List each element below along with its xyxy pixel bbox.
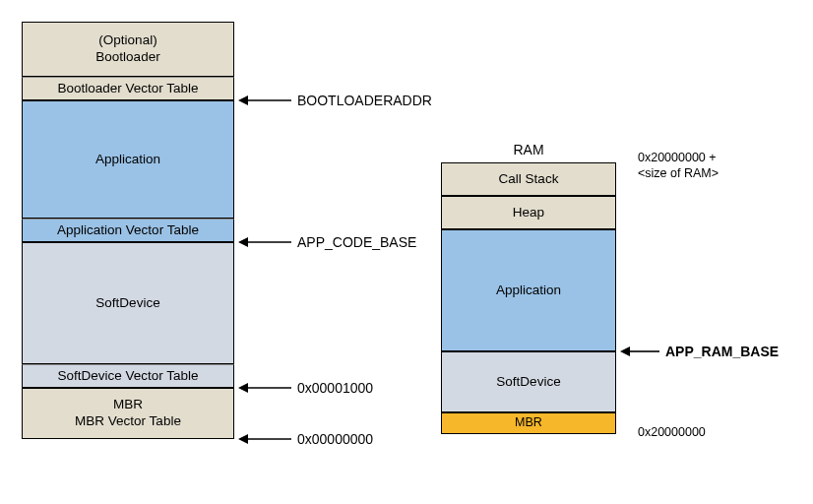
flash-softdevice-vt: SoftDevice Vector Table — [22, 364, 234, 388]
addr-app-text: APP_CODE_BASE — [297, 234, 416, 250]
flash-memory-column: (Optional) Bootloader Bootloader Vector … — [22, 22, 234, 439]
addr-ram-top: 0x20000000 + <size of RAM> — [638, 150, 719, 182]
arrow-left-icon — [238, 432, 291, 446]
addr-app-ram-base: APP_RAM_BASE — [620, 344, 779, 359]
ram-mbr: MBR — [441, 412, 616, 434]
svg-marker-5 — [238, 383, 248, 393]
flash-mbr-line2: MBR Vector Table — [75, 413, 181, 428]
addr-mbr-bottom: 0x00000000 — [238, 431, 373, 447]
flash-bootloader-vt: Bootloader Vector Table — [22, 77, 234, 100]
ram-title: RAM — [441, 142, 616, 158]
addr-app: APP_CODE_BASE — [238, 234, 416, 250]
ram-softdevice: SoftDevice — [441, 351, 616, 412]
addr-bootloader-text: BOOTLOADERADDR — [297, 93, 432, 108]
svg-marker-9 — [620, 346, 630, 356]
flash-bootloader-line2: Bootloader — [95, 49, 159, 64]
arrow-left-icon — [620, 345, 659, 358]
svg-marker-1 — [238, 95, 248, 105]
ram-memory-column: Call Stack Heap Application SoftDevice M… — [441, 162, 616, 434]
addr-ram-bottom: 0x20000000 — [638, 425, 706, 439]
flash-mbr: MBR MBR Vector Table — [22, 388, 234, 439]
svg-marker-7 — [238, 434, 248, 444]
addr-bootloader: BOOTLOADERADDR — [238, 93, 432, 108]
flash-application: Application — [22, 100, 234, 219]
arrow-left-icon — [238, 381, 291, 395]
ram-heap: Heap — [441, 196, 616, 229]
svg-marker-3 — [238, 237, 248, 247]
addr-softdevice: 0x00001000 — [238, 380, 373, 396]
arrow-left-icon — [238, 235, 291, 249]
addr-ram-top-line1: 0x20000000 + — [638, 151, 717, 164]
ram-call-stack: Call Stack — [441, 162, 616, 196]
arrow-left-icon — [238, 94, 291, 107]
addr-ram-top-line2: <size of RAM> — [638, 166, 719, 180]
addr-app-ram-base-text: APP_RAM_BASE — [665, 344, 779, 359]
flash-bootloader-line1: (Optional) — [98, 32, 156, 47]
addr-sd-text: 0x00001000 — [297, 380, 373, 396]
flash-application-vt: Application Vector Table — [22, 219, 234, 242]
flash-softdevice: SoftDevice — [22, 242, 234, 364]
addr-mbr-text: 0x00000000 — [297, 431, 373, 447]
flash-mbr-line1: MBR — [113, 397, 143, 411]
ram-application: Application — [441, 229, 616, 351]
flash-bootloader: (Optional) Bootloader — [22, 22, 234, 77]
